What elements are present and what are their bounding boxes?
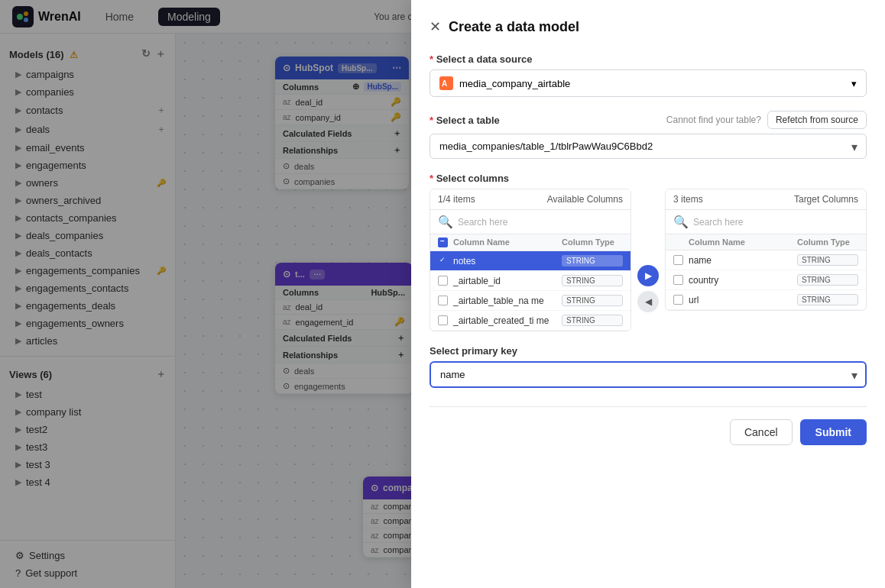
- checkbox-url[interactable]: [673, 295, 683, 305]
- target-search: 🔍: [666, 210, 866, 234]
- modal-overlay: ✕ Create a data model * Select a data so…: [0, 0, 885, 588]
- search-icon: 🔍: [438, 215, 453, 229]
- target-col-list: name STRING country STRING url STRING: [666, 250, 866, 310]
- select-columns-section: * Select columns 1/4 items Available Col…: [430, 173, 867, 331]
- submit-button[interactable]: Submit: [800, 419, 867, 445]
- modal-header: ✕ Create a data model: [430, 18, 867, 35]
- modal-footer: Cancel Submit: [430, 406, 867, 445]
- col-name-header: Column Name: [453, 237, 562, 247]
- transfer-left-button[interactable]: ◀: [637, 291, 659, 312]
- available-col-list: notes STRING _airtable_id STRING _airtab…: [430, 251, 631, 331]
- checkbox-airtable-created-time[interactable]: [438, 315, 448, 325]
- checkbox-name[interactable]: [673, 255, 683, 265]
- target-count: 3 items: [673, 194, 703, 205]
- type-badge-airtable-id: STRING: [562, 275, 623, 286]
- available-columns-panel: 1/4 items Available Columns 🔍 Column Nam…: [430, 189, 631, 331]
- select-pk-section: Select primary key name: [430, 345, 867, 388]
- type-badge-notes: STRING: [562, 255, 623, 267]
- checkbox-placeholder: [673, 237, 689, 247]
- type-badge-airtable-table-name: STRING: [562, 295, 623, 306]
- transfer-buttons: ▶ ◀: [637, 189, 659, 312]
- col-name-url: url: [689, 295, 797, 305]
- target-search-input[interactable]: [693, 217, 858, 228]
- col-name-airtable-created-time: _airtable_created_ti me: [453, 315, 562, 326]
- col-row-airtable-created-time[interactable]: _airtable_created_ti me STRING: [430, 311, 631, 331]
- available-count: 1/4 items: [438, 194, 475, 205]
- col-type-header: Column Type: [797, 237, 858, 247]
- table-value: media_companies/table_1/tblrPawWau9C6Bbd…: [439, 141, 653, 152]
- col-name-country: country: [689, 275, 797, 286]
- col-name-airtable-id: _airtable_id: [453, 276, 562, 286]
- col-row-name[interactable]: name STRING: [666, 250, 866, 270]
- col-type-header: Column Type: [562, 237, 623, 247]
- col-row-notes[interactable]: notes STRING: [430, 251, 631, 271]
- target-label: Target Columns: [794, 194, 858, 205]
- airtable-icon: A: [439, 76, 453, 90]
- columns-label: * Select columns: [430, 173, 867, 184]
- cannot-find-hint: Cannot find your table?: [666, 115, 761, 125]
- table-select[interactable]: media_companies/table_1/tblrPawWau9C6Bbd…: [430, 134, 867, 159]
- pk-select[interactable]: name: [430, 361, 867, 388]
- select-source-section: * Select a data source A media_company_a…: [430, 53, 867, 97]
- available-label: Available Columns: [547, 194, 623, 205]
- create-data-model-modal: ✕ Create a data model * Select a data so…: [411, 0, 885, 588]
- target-panel-header: 3 items Target Columns: [666, 189, 866, 210]
- available-search-input[interactable]: [458, 217, 623, 228]
- svg-text:A: A: [442, 79, 447, 88]
- col-name-header: Column Name: [689, 237, 797, 247]
- available-panel-header: 1/4 items Available Columns: [430, 189, 631, 210]
- checkbox-airtable-table-name[interactable]: [438, 296, 448, 305]
- checkbox-airtable-id[interactable]: [438, 276, 448, 286]
- source-label: * Select a data source: [430, 53, 867, 65]
- target-col-head: Column Name Column Type: [666, 234, 866, 250]
- source-value: media_company_airtable: [459, 78, 845, 89]
- type-badge-airtable-created-time: STRING: [562, 315, 623, 326]
- pk-label: Select primary key: [430, 345, 867, 357]
- transfer-right-button[interactable]: ▶: [637, 265, 659, 286]
- available-col-head: Column Name Column Type: [430, 234, 631, 251]
- available-search: 🔍: [430, 210, 631, 234]
- pk-value: name: [440, 369, 465, 380]
- modal-title: Create a data model: [449, 19, 579, 35]
- col-row-url[interactable]: url STRING: [666, 290, 866, 310]
- target-columns-panel: 3 items Target Columns 🔍 Column Name Col…: [665, 189, 867, 311]
- type-badge-name: STRING: [797, 254, 858, 266]
- modal-close-icon[interactable]: ✕: [430, 18, 441, 35]
- col-name-airtable-table-name: _airtable_table_na me: [453, 296, 562, 306]
- checkbox-country[interactable]: [673, 275, 683, 285]
- select-table-section: * Select a table Cannot find your table?…: [430, 111, 867, 159]
- col-row-airtable-id[interactable]: _airtable_id STRING: [430, 271, 631, 291]
- cancel-button[interactable]: Cancel: [730, 419, 793, 445]
- type-badge-country: STRING: [797, 274, 858, 286]
- col-name-notes: notes: [453, 256, 562, 267]
- all-checkbox[interactable]: [438, 237, 448, 247]
- source-select[interactable]: A media_company_airtable ▾: [430, 69, 867, 97]
- checkbox-notes[interactable]: [438, 256, 448, 266]
- col-row-airtable-table-name[interactable]: _airtable_table_na me STRING: [430, 291, 631, 311]
- type-badge-url: STRING: [797, 294, 858, 305]
- search-icon: 🔍: [673, 215, 689, 229]
- table-label: * Select a table: [430, 115, 500, 126]
- refetch-button[interactable]: Refetch from source: [767, 111, 867, 129]
- col-name-name: name: [689, 255, 797, 266]
- col-row-country[interactable]: country STRING: [666, 270, 866, 290]
- chevron-down-icon: ▾: [851, 78, 857, 89]
